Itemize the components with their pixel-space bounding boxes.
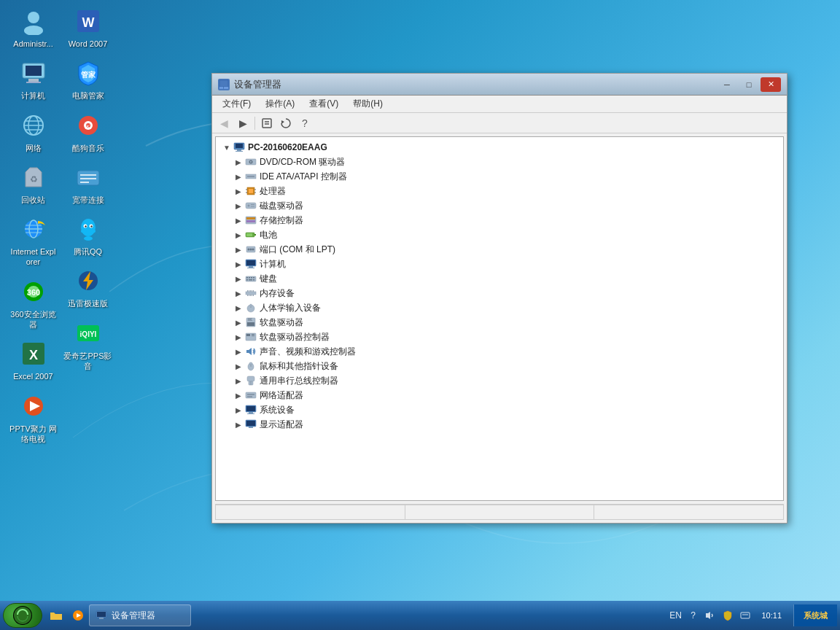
tree-item-disk[interactable]: ▶ 磁盘驱动器: [216, 198, 783, 213]
icon-label-iqiyi: 爱奇艺PPS影音: [63, 351, 112, 372]
desktop-icon-network[interactable]: 网络: [6, 108, 61, 156]
port-icon: [245, 244, 257, 255]
svg-rect-96: [247, 290, 248, 292]
display-icon: [245, 419, 257, 430]
update-button[interactable]: [277, 115, 295, 131]
desktop-icon-ie[interactable]: Internet Explorer: [6, 211, 61, 271]
device-tree[interactable]: ▼ PC-20160620EAAG ▶: [215, 136, 784, 501]
battery-expand-icon: ▶: [233, 230, 244, 240]
tree-item-keyboard[interactable]: ▶ 键盘: [216, 271, 783, 286]
system-label: 系统设备: [260, 404, 295, 416]
desktop-icon-word[interactable]: W Word 2007: [61, 4, 115, 52]
svg-rect-92: [246, 279, 248, 281]
floppy-label: 软盘驱动器: [260, 316, 303, 329]
desktop-icon-excel[interactable]: X Excel 2007: [6, 336, 61, 384]
tree-root[interactable]: ▼ PC-20160620EAAG: [216, 140, 783, 155]
svg-point-1: [24, 26, 43, 35]
tree-item-battery[interactable]: ▶ 电池: [216, 228, 783, 242]
svg-point-35: [81, 219, 96, 236]
properties-button[interactable]: [258, 115, 276, 131]
menu-action[interactable]: 操作(A): [258, 96, 302, 112]
tree-item-network[interactable]: ▶ 网络适配器: [216, 388, 783, 402]
desktop-icon-music[interactable]: K 酷狗音乐: [61, 108, 115, 156]
back-button[interactable]: ◀: [215, 115, 233, 131]
svg-rect-116: [252, 335, 254, 336]
floppy-ctrl-label: 软盘驱动器控制器: [260, 331, 330, 343]
desktop-icon-360[interactable]: 360 360安全浏览器: [6, 274, 61, 333]
menu-view[interactable]: 查看(V): [302, 96, 346, 112]
maximize-button[interactable]: □: [739, 77, 759, 92]
svg-point-60: [250, 161, 252, 163]
quick-launch-folder[interactable]: [45, 604, 67, 626]
svg-rect-56: [237, 149, 241, 151]
svg-marker-53: [281, 120, 284, 124]
svg-rect-90: [251, 277, 252, 279]
desktop-icon-broadband[interactable]: 宽带连接: [61, 160, 115, 208]
tree-item-dvd[interactable]: ▶ DVD/CD-ROM 驱动器: [216, 155, 783, 169]
tree-item-system[interactable]: ▶ 系统设备: [216, 402, 783, 417]
quick-launch-media[interactable]: [67, 604, 89, 626]
svg-rect-111: [252, 319, 252, 320]
close-button[interactable]: ✕: [761, 77, 781, 92]
disk-label: 磁盘驱动器: [260, 200, 303, 212]
tree-item-storage[interactable]: ▶ 存储控制器: [216, 213, 783, 228]
desktop-icon-administrator[interactable]: Administr...: [6, 4, 61, 52]
tree-item-cpu[interactable]: ▶ 处理器: [216, 184, 783, 198]
mouse-icon: [245, 360, 257, 372]
taskbar: 设备管理器 EN ?: [0, 601, 840, 630]
toolbar: ◀ ▶ ?: [212, 113, 787, 133]
cpu-label: 处理器: [260, 185, 286, 198]
tree-item-floppy-ctrl[interactable]: ▶ 软盘驱动器控制器: [216, 330, 783, 344]
desktop-icon-recycle[interactable]: ♻ 回收站: [6, 160, 61, 208]
systray-logo[interactable]: 系统城: [793, 604, 837, 626]
svg-rect-5: [26, 82, 41, 83]
tree-item-computer[interactable]: ▶ 计算机: [216, 257, 783, 271]
desktop-icon-dnjg[interactable]: 管家 电脑管家: [61, 55, 115, 104]
taskbar-app-devmgr[interactable]: 设备管理器: [89, 604, 191, 626]
tree-item-mouse[interactable]: ▶ 鼠标和其他指针设备: [216, 359, 783, 373]
start-button[interactable]: [3, 603, 42, 628]
desktop-icon-pptv[interactable]: PPTV聚力 网络电视: [6, 389, 61, 448]
tray-network[interactable]: [738, 608, 752, 623]
icon-label-pptv: PPTV聚力 网络电视: [9, 424, 58, 445]
tray-lang[interactable]: EN: [668, 608, 682, 623]
floppy-ctrl-icon: [245, 331, 257, 343]
ide-expand-icon: ▶: [233, 171, 244, 182]
desktop-icon-thunder[interactable]: 迅雷极速版: [61, 263, 115, 311]
svg-rect-89: [249, 277, 250, 279]
icon-label-qq: 腾讯QQ: [74, 246, 102, 257]
desktop-icon-iqiyi[interactable]: iQIYI 爱奇艺PPS影音: [61, 316, 115, 375]
svg-rect-105: [253, 295, 254, 296]
status-segment-1: [215, 505, 405, 520]
svg-rect-121: [247, 376, 254, 381]
computer2-label: 计算机: [260, 258, 286, 271]
tree-item-display[interactable]: ▶ 显示适配器: [216, 417, 783, 432]
minimize-button[interactable]: ─: [717, 77, 737, 92]
tree-item-port[interactable]: ▶ 端口 (COM 和 LPT): [216, 242, 783, 257]
desktop-icon-computer[interactable]: 计算机: [6, 55, 61, 104]
tree-item-usb[interactable]: ▶ 通用串行总线控制器: [216, 373, 783, 388]
tree-item-floppy[interactable]: ▶ 软盘驱动器: [216, 315, 783, 330]
forward-button[interactable]: ▶: [234, 115, 252, 131]
svg-point-0: [28, 12, 39, 23]
tree-item-sound[interactable]: ▶ 声音、视频和游戏控制器: [216, 344, 783, 359]
tray-speaker[interactable]: [703, 608, 718, 623]
icon-label-ie: Internet Explorer: [9, 246, 58, 268]
icon-label-dnjg: 电脑管家: [72, 90, 104, 101]
menu-help[interactable]: 帮助(H): [346, 96, 390, 112]
tree-item-memory[interactable]: ▶ 内存设备: [216, 286, 783, 300]
help-button[interactable]: ?: [296, 115, 314, 131]
dvd-icon: [245, 156, 257, 168]
desktop-icon-qq[interactable]: 腾讯QQ: [61, 211, 115, 260]
tray-question[interactable]: ?: [685, 608, 700, 623]
svg-rect-128: [246, 406, 255, 411]
menu-file[interactable]: 文件(F): [215, 96, 258, 112]
tree-item-hid[interactable]: ▶ 人体学输入设备: [216, 300, 783, 315]
tree-item-ide[interactable]: ▶ IDE ATA/ATAPI 控制器: [216, 169, 783, 184]
svg-point-81: [250, 249, 252, 251]
icon-label-computer: 计算机: [21, 90, 45, 101]
network-icon: [245, 389, 257, 401]
tray-security[interactable]: [720, 608, 735, 623]
cpu-icon: [245, 185, 257, 197]
svg-rect-78: [246, 233, 252, 236]
